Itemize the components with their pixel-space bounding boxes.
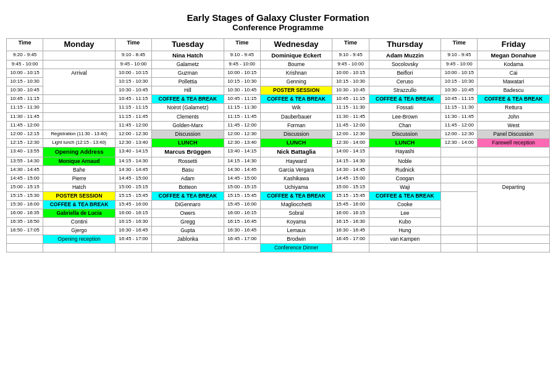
thu-4: Ceruso <box>369 78 440 86</box>
wed-2: Bourne <box>260 60 332 69</box>
time-tue-17: 15:15 - 15:45 <box>115 191 151 200</box>
thu-3: Beiflori <box>369 69 440 78</box>
thu-16: Waji <box>369 183 440 191</box>
time-thu-14: 14:30 - 14:45 <box>332 165 369 174</box>
thu-5: Strazzullo <box>369 86 440 95</box>
mon-10: Registration (11:30 - 13:40) <box>43 130 115 138</box>
time-fri-12 <box>441 148 478 157</box>
thu-14: Rudnick <box>369 165 440 174</box>
wed-9: Forman <box>260 121 332 130</box>
time-wed-14: 14:30 - 14:45 <box>224 165 260 174</box>
table-row: 16:35 - 16:50 Contini 16:15 - 16:30 Greg… <box>7 218 550 227</box>
tue-21: Gupta <box>152 227 224 235</box>
time-tue-19: 16:00 - 16:15 <box>115 209 151 217</box>
fri-speaker: Megan Donahue <box>478 51 550 60</box>
tue-4: Pollettia <box>152 78 224 86</box>
col-header-time-mon: Time <box>7 39 43 51</box>
time-thu-15: 14:45 - 15:00 <box>332 174 369 183</box>
tue-speaker: Nina Hatch <box>152 51 224 60</box>
fri-9: West <box>478 121 550 130</box>
tue-coffee-2: COFFEE & TEA BREAK <box>152 191 224 200</box>
thu-9: Chan <box>369 121 440 130</box>
mon-16: Hatch <box>43 183 115 191</box>
mon-poster: POSTER SESSION <box>43 191 115 200</box>
time-mon-10: 12:00 - 12:15 <box>7 130 43 138</box>
time-thu-1: 9:10 - 9:45 <box>332 51 369 60</box>
mon-coffee: COFFEE & TEA BREAK <box>43 200 115 209</box>
time-thu-6: 10:45 - 11:15 <box>332 95 369 104</box>
table-row: 11:30 - 11:45 11:15 - 11:45 Clements 11:… <box>7 112 550 121</box>
table-row: 15:00 - 15:15 Hatch 15:00 - 15:15 Botteo… <box>7 183 550 191</box>
mon-1 <box>43 51 115 60</box>
time-fri-21 <box>441 227 478 235</box>
col-header-time-fri: Time <box>441 39 478 51</box>
time-wed-4: 10:15 - 10:30 <box>224 78 260 86</box>
table-row: 12:15 - 12:30 Light lunch (12:15 - 13:40… <box>7 138 550 148</box>
title-line2: Conference Programme <box>6 23 550 32</box>
wed-8: Dauberbauer <box>260 112 332 121</box>
time-fri-6: 10:45 - 11:15 <box>441 95 478 104</box>
time-wed-17: 15:15 - 15:45 <box>224 191 260 200</box>
table-row: 14:30 - 14:45 Bahe 14:30 - 14:45 Basu 14… <box>7 165 550 174</box>
fri-12 <box>478 148 550 157</box>
time-wed-8: 11:15 - 11:45 <box>224 112 260 121</box>
table-row: 10:00 - 10:15 Arrival 10:00 - 10:15 Guzm… <box>7 69 550 78</box>
time-fri-14 <box>441 165 478 174</box>
thu-13: Noble <box>369 157 440 165</box>
time-wed-2: 9:45 - 10:00 <box>224 60 260 69</box>
mon-7 <box>43 104 115 112</box>
time-thu-12: 14:00 - 14:15 <box>332 148 369 157</box>
schedule-table: Time Monday Time Tuesday Time Wednesday … <box>6 38 550 252</box>
fri-4: Mawatari <box>478 78 550 86</box>
title-block: Early Stages of Galaxy Cluster Formation… <box>6 12 550 32</box>
time-mon-16: 15:00 - 15:15 <box>7 183 43 191</box>
time-tue-3: 10:00 - 10:15 <box>115 69 151 78</box>
wed-14: Garcia Vergara <box>260 165 332 174</box>
thu-20: Kubo <box>369 218 440 227</box>
fri-8: John <box>478 112 550 121</box>
table-row: 10:45 - 11:15 10:45 - 11:15 COFFEE & TEA… <box>7 95 550 104</box>
time-wed-23 <box>224 244 260 252</box>
tue-13: Rossetti <box>152 157 224 165</box>
time-tue-2: 9:45 - 10:00 <box>115 60 151 69</box>
time-tue-6: 10:45 - 11:15 <box>115 95 151 104</box>
tue-2: Galametz <box>152 60 224 69</box>
time-wed-19: 16:00 - 16:15 <box>224 209 260 217</box>
fri-14 <box>478 165 550 174</box>
tue-3: Guzman <box>152 69 224 78</box>
time-mon-14: 14:30 - 14:45 <box>7 165 43 174</box>
time-tue-21: 16:30 - 16:45 <box>115 227 151 235</box>
time-fri-23 <box>441 244 478 252</box>
fri-5: Badescu <box>478 86 550 95</box>
time-wed-11: 12:30 - 13:40 <box>224 138 260 148</box>
col-header-thursday: Thursday <box>369 39 440 51</box>
time-tue-11: 12:30 - 13:40 <box>115 138 151 148</box>
table-row: Conference Dinner <box>7 244 550 252</box>
table-row: 13:40 - 13:55 Opening Address 13:40 - 14… <box>7 148 550 157</box>
time-mon-8: 11:30 - 11:45 <box>7 112 43 121</box>
mon-11: Light lunch (12:15 - 13:40) <box>43 138 115 148</box>
mon-monique: Monique Arnaud <box>43 157 115 165</box>
wed-18: Magliocchetti <box>260 200 332 209</box>
time-mon-23 <box>7 244 43 252</box>
time-wed-20: 16:15 - 16:45 <box>224 218 260 227</box>
time-tue-10: 12:00 - 12:30 <box>115 130 151 138</box>
col-header-tuesday: Tuesday <box>152 39 224 51</box>
time-fri-1: 9:10 - 9:45 <box>441 51 478 60</box>
table-row: 12:00 - 12:15 Registration (11:30 - 13:4… <box>7 130 550 138</box>
mon-23 <box>43 244 115 252</box>
tue-8: Clements <box>152 112 224 121</box>
thu-15: Coogan <box>369 174 440 183</box>
time-tue-13: 14:15 - 14:30 <box>115 157 151 165</box>
wed-20: Koyama <box>260 218 332 227</box>
tue-5: Hill <box>152 86 224 95</box>
time-wed-18: 15:45 - 16:00 <box>224 200 260 209</box>
mon-opening: Opening Address <box>43 148 115 157</box>
wed-speaker: Dominique Eckert <box>260 51 332 60</box>
time-thu-10: 12:00 - 12:30 <box>332 130 369 138</box>
table-row: 16:00 - 16:35 Gabriella de Lucia 16:00 -… <box>7 209 550 217</box>
time-thu-18: 15:45 - 16:00 <box>332 200 369 209</box>
time-thu-13: 14:15 - 14:30 <box>332 157 369 165</box>
thu-coffee-2: COFFEE & TEA BREAK <box>369 191 440 200</box>
wed-coffee-1: COFFEE & TEA BREAK <box>260 95 332 104</box>
